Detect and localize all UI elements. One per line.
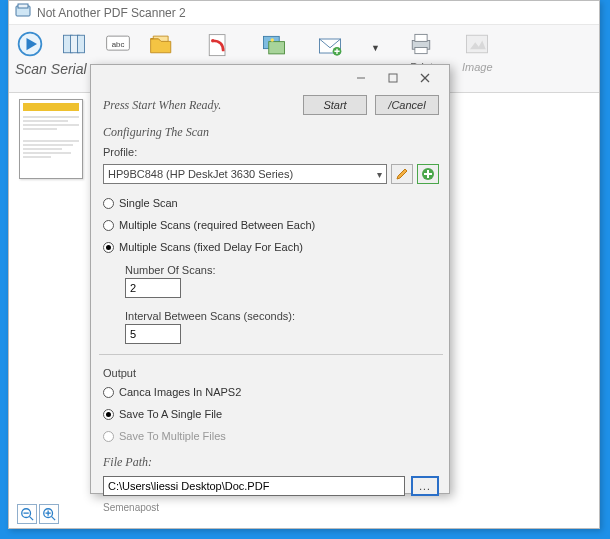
divider (99, 354, 443, 355)
svg-rect-29 (389, 74, 397, 82)
svg-rect-1 (18, 4, 28, 8)
zoom-out-button[interactable] (17, 504, 37, 524)
titlebar: Not Another PDF Scanner 2 (9, 1, 599, 25)
filepath-label: File Path: (103, 455, 439, 470)
scan-icon[interactable] (15, 29, 45, 59)
svg-rect-6 (78, 35, 85, 53)
pdf-icon[interactable] (203, 31, 233, 61)
interval-label: Interval Between Scans (seconds): (125, 310, 439, 322)
window-title: Not Another PDF Scanner 2 (37, 6, 186, 20)
svg-rect-12 (269, 42, 285, 54)
cancel-button[interactable]: /Cancel (375, 95, 439, 115)
image-button[interactable]: Image (462, 29, 493, 73)
zoom-in-button[interactable] (39, 504, 59, 524)
minimize-button[interactable] (345, 68, 377, 88)
profiles-icon[interactable] (59, 29, 89, 59)
num-scans-label: Number Of Scans: (125, 264, 439, 276)
maximize-button[interactable] (377, 68, 409, 88)
radio-icon (103, 387, 114, 398)
output-heading: Output (103, 367, 439, 379)
thumbnail-area (19, 99, 91, 179)
image-label: Image (462, 61, 493, 73)
close-button[interactable] (409, 68, 441, 88)
radio-save-multi[interactable]: Save To Multiple Files (103, 430, 439, 442)
image-save-icon[interactable] (259, 31, 289, 61)
radio-multi-fixed-label: Multiple Scans (fixed Delay For Each) (119, 241, 303, 253)
svg-point-10 (211, 39, 215, 43)
radio-multi-req-label: Multiple Scans (required Between Each) (119, 219, 315, 231)
chevron-down-icon: ▾ (377, 169, 382, 180)
footnote: Semenapost (103, 502, 439, 513)
num-scans-input[interactable] (125, 278, 181, 298)
radio-multi-fixed[interactable]: Multiple Scans (fixed Delay For Each) (103, 241, 439, 253)
print-icon (406, 29, 436, 59)
image-icon (462, 29, 492, 59)
toolbar-dropdown-icon[interactable]: ▼ (371, 43, 380, 53)
out-cancel-label: Canca Images In NAPS2 (119, 386, 241, 398)
radio-icon (103, 242, 114, 253)
svg-line-22 (30, 517, 34, 521)
radio-icon (103, 409, 114, 420)
radio-cancel-images[interactable]: Canca Images In NAPS2 (103, 386, 439, 398)
radio-single-scan[interactable]: Single Scan (103, 197, 439, 209)
email-icon[interactable] (315, 31, 345, 61)
ocr-icon[interactable]: abc (103, 29, 133, 59)
out-single-label: Save To A Single File (119, 408, 222, 420)
edit-profile-button[interactable] (391, 164, 413, 184)
svg-line-25 (52, 517, 56, 521)
radio-icon (103, 431, 114, 442)
svg-rect-17 (415, 34, 427, 41)
start-button[interactable]: Start (303, 95, 367, 115)
svg-rect-19 (467, 35, 488, 53)
add-profile-button[interactable] (417, 164, 439, 184)
interval-input[interactable] (125, 324, 181, 344)
prompt-text: Press Start When Ready. (103, 98, 295, 113)
app-icon (15, 3, 31, 23)
svg-point-13 (271, 38, 275, 42)
radio-icon (103, 220, 114, 231)
svg-text:abc: abc (112, 40, 125, 49)
profile-label: Profile: (103, 146, 439, 158)
radio-multi-required[interactable]: Multiple Scans (required Between Each) (103, 219, 439, 231)
out-multi-label: Save To Multiple Files (119, 430, 226, 442)
svg-rect-18 (415, 48, 427, 54)
profile-select[interactable]: HP9BC848 (HP DeskJet 3630 Series) ▾ (103, 164, 387, 184)
radio-single-label: Single Scan (119, 197, 178, 209)
filepath-input[interactable] (103, 476, 405, 496)
import-icon[interactable] (147, 29, 177, 59)
profile-value: HP9BC848 (HP DeskJet 3630 Series) (108, 168, 293, 180)
config-heading: Configuring The Scan (103, 125, 439, 140)
serial-scan-dialog: Press Start When Ready. Start /Cancel Co… (90, 64, 450, 494)
dialog-titlebar (91, 65, 449, 91)
radio-icon (103, 198, 114, 209)
browse-button[interactable]: ... (411, 476, 439, 496)
zoom-controls (17, 504, 59, 524)
radio-save-single[interactable]: Save To A Single File (103, 408, 439, 420)
page-thumbnail[interactable] (19, 99, 83, 179)
